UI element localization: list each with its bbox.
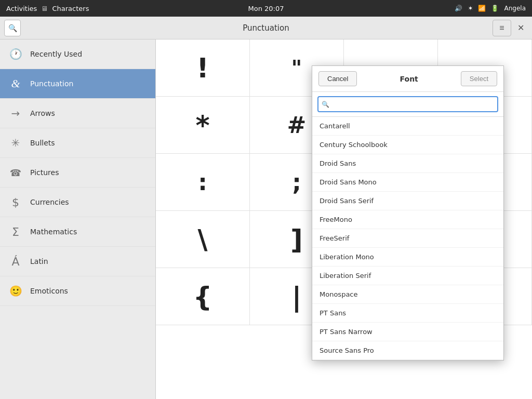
menu-button[interactable]: ≡ [493,20,511,36]
sidebar-label: Pictures [30,168,59,177]
emoticon-icon: 🙂 [8,284,23,298]
sidebar-item-emoticons[interactable]: 🙂 Emoticons [0,276,155,306]
font-dialog-title: Font [361,75,456,83]
char-cell[interactable]: { [156,268,250,325]
font-dialog-cancel-button[interactable]: Cancel [318,71,357,86]
sidebar-label: Recently Used [30,50,82,58]
font-list-item[interactable]: Monospace [312,285,503,304]
sidebar: 🕐 Recently Used & Punctuation → Arrows ✳… [0,39,156,399]
latin-icon: Á [8,254,23,269]
sigma-icon: Σ [8,224,23,239]
font-dialog: Cancel Font Select 🔍 CantarellCentury Sc… [312,65,504,361]
font-list-item[interactable]: PT Sans [312,304,503,323]
font-dialog-select-button[interactable]: Select [461,71,497,86]
font-dialog-header: Cancel Font Select [312,66,503,92]
battery-icon: 🔋 [491,5,499,12]
sidebar-item-currencies[interactable]: $ Currencies [0,188,155,217]
font-list-item[interactable]: FreeSerif [312,229,503,248]
close-button[interactable]: ✕ [513,21,528,35]
sidebar-item-latin[interactable]: Á Latin [0,247,155,276]
hamburger-icon: ≡ [499,23,504,33]
font-list-item[interactable]: Century Schoolbook [312,136,503,154]
activities-button[interactable]: Activities [6,5,37,12]
font-list-item[interactable]: PT Sans Narrow [312,323,503,341]
sidebar-label: Bullets [30,139,55,147]
wifi-icon: 📶 [478,5,486,12]
sidebar-label: Mathematics [30,228,77,236]
bullets-icon: ✳ [8,136,23,150]
sidebar-label: Emoticons [30,287,68,295]
sidebar-label: Currencies [30,198,69,206]
user-name: Angela [504,5,526,12]
sidebar-item-pictures[interactable]: ☎ Pictures [0,158,155,188]
sidebar-item-recently-used[interactable]: 🕐 Recently Used [0,39,155,69]
search-icon: 🔍 [8,24,17,32]
sidebar-item-punctuation[interactable]: & Punctuation [0,69,155,99]
font-list: CantarellCentury SchoolbookDroid SansDro… [312,117,503,360]
sidebar-item-mathematics[interactable]: Σ Mathematics [0,217,155,247]
font-list-item[interactable]: Source Sans Pro [312,341,503,360]
font-search-bar: 🔍 [312,92,503,117]
app-name-in-bar: 🖥 Characters [41,5,89,12]
sidebar-label: Latin [30,257,48,265]
font-list-item[interactable]: Droid Sans [312,154,503,173]
char-cell[interactable]: \ [156,211,250,268]
char-cell[interactable]: * [156,97,250,154]
main-content: 🕐 Recently Used & Punctuation → Arrows ✳… [0,39,532,399]
app-window: 🔍 Punctuation ≡ ✕ 🕐 Recently Used & Punc… [0,17,532,399]
font-search-input[interactable] [317,96,498,112]
system-bar: Activities 🖥 Characters Mon 20:07 🔊 ✶ 📶 … [0,0,532,17]
clock-icon: 🕐 [8,47,23,61]
font-list-item[interactable]: Droid Sans Mono [312,173,503,192]
characters-area: ! " * # : ; \ ] { | [156,39,532,399]
font-list-item[interactable]: Cantarell [312,117,503,136]
title-bar: 🔍 Punctuation ≡ ✕ [0,17,532,39]
system-clock: Mon 20:07 [248,5,284,12]
sidebar-item-arrows[interactable]: → Arrows [0,99,155,128]
search-button[interactable]: 🔍 [4,20,21,36]
bluetooth-icon: ✶ [468,5,473,12]
font-list-item[interactable]: Liberation Mono [312,248,503,267]
arrow-icon: → [8,106,23,121]
ampersand-icon: & [8,76,23,91]
dollar-icon: $ [8,195,23,209]
close-icon: ✕ [517,23,524,33]
volume-icon: 🔊 [455,5,462,12]
phone-icon: ☎ [8,165,23,180]
font-list-item[interactable]: FreeMono [312,210,503,229]
sidebar-item-bullets[interactable]: ✳ Bullets [0,128,155,158]
char-cell[interactable]: : [156,154,250,211]
font-list-item[interactable]: Droid Sans Serif [312,192,503,210]
window-title: Punctuation [243,23,289,33]
sidebar-label: Punctuation [30,79,73,88]
font-search-icon: 🔍 [322,101,329,108]
sidebar-label: Arrows [30,109,55,117]
font-list-item[interactable]: Liberation Serif [312,267,503,285]
char-cell[interactable]: ! [156,39,250,97]
